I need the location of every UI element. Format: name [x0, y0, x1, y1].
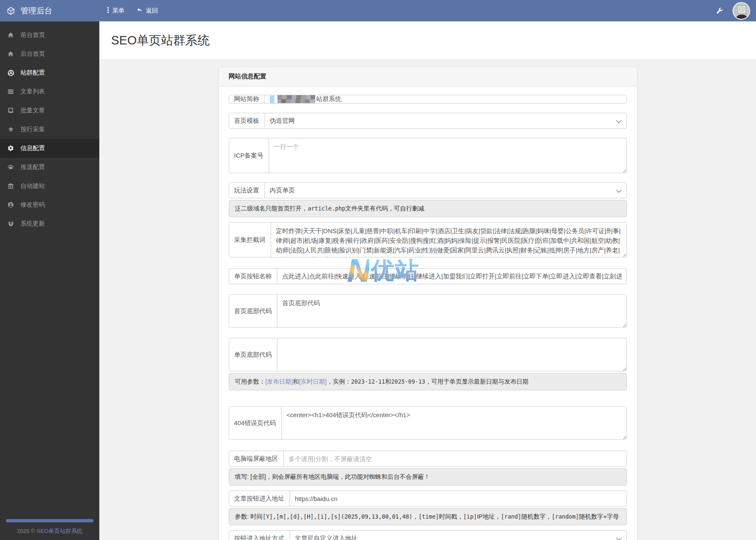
menu-toggle[interactable]: 菜单 — [107, 7, 124, 15]
navbar-right — [716, 2, 756, 20]
chrome-icon — [7, 70, 14, 76]
article-url-row: 文章按钮进入地址 — [229, 491, 627, 506]
sidebar-item-site-group-config[interactable]: 站群配置 — [0, 63, 99, 82]
pc-block-label: 电脑端屏蔽地区 — [229, 451, 284, 466]
bank-icon — [7, 183, 14, 189]
cube-icon — [6, 6, 16, 16]
date-params-help: 可用参数：[发布日期]和[实时日期]，实例：2023-12-11和2025-09… — [229, 373, 627, 390]
top-navbar: 管理后台 菜单 返回 — [0, 0, 756, 21]
error404-label: 404错误页代码 — [229, 407, 282, 439]
pc-block-input[interactable] — [284, 451, 627, 466]
magnet-icon — [7, 221, 14, 227]
back-link[interactable]: 返回 — [136, 7, 158, 15]
menu-dots-icon — [107, 7, 109, 15]
home-icon — [7, 32, 14, 38]
page-footer-code-row: 单页底部代码 — [229, 338, 627, 371]
panel-body: 网站简称 站群系统 首页模板 伪造官网 ICP备案号 — [219, 86, 637, 540]
text-cursor-block — [270, 96, 274, 103]
book-icon — [7, 107, 14, 114]
play-mode-row: 玩法设置 内页单页 — [229, 182, 627, 198]
chevron-down-icon — [616, 535, 621, 540]
page-footer-code-textarea[interactable] — [277, 338, 627, 371]
entry-mode-label: 按钮进入地址方式 — [229, 531, 290, 540]
home-icon — [7, 51, 14, 57]
play-mode-label: 玩法设置 — [229, 183, 265, 198]
sidebar-item-article-list[interactable]: 文章列表 — [0, 82, 99, 101]
brand-title: 管理后台 — [21, 5, 52, 16]
main-content: SEO单页站群系统 网站信息配置 网站简称 站群系统 首页模板 伪造官网 — [99, 0, 756, 540]
sidebar-scrollbar-handle[interactable] — [6, 519, 93, 522]
entry-mode-row: 按钮进入地址方式 文章可自定义进入地址 — [229, 530, 627, 540]
article-url-label: 文章按钮进入地址 — [229, 491, 290, 506]
sidebar-footer: 2025 © SEO单页站群系统 — [0, 527, 99, 535]
sidebar-item-batch-articles[interactable]: 批量文章 — [0, 101, 99, 120]
icp-label: ICP备案号 — [229, 138, 269, 173]
publish-date-link[interactable]: [发布日期] — [265, 378, 293, 385]
home-template-row: 首页模板 伪造官网 — [229, 113, 627, 129]
user-avatar[interactable] — [733, 2, 750, 20]
site-name-input[interactable]: 站群系统 — [265, 95, 627, 103]
chevron-down-icon — [616, 117, 621, 123]
site-name-label: 网站简称 — [229, 95, 265, 103]
sidebar-item-admin-home[interactable]: 后台首页 — [0, 44, 99, 63]
panel-title: 网站信息配置 — [219, 67, 637, 86]
url-params-help: 参数: 时间[Y],[m],[d],[H],[i],[s](2025,09,13… — [229, 508, 627, 525]
site-info-panel: 网站信息配置 网站简称 站群系统 首页模板 伪造官网 — [218, 67, 637, 540]
icp-row: ICP备案号 — [229, 138, 627, 173]
sidebar-item-auto-build[interactable]: 自动建站 — [0, 177, 99, 195]
block-words-row: 采集拦截词 定时炸弹|天天干|DNS|床垫|儿童|慈善|中职|机车|印刷|中学|… — [229, 222, 627, 257]
sidebar-bottom: 2025 © SEO单页站群系统 — [0, 519, 99, 540]
page-title: SEO单页站群系统 — [111, 32, 744, 49]
home-template-label: 首页模板 — [229, 113, 265, 128]
site-name-row: 网站简称 站群系统 — [229, 95, 627, 104]
sidebar-item-row-collect[interactable]: 按行采集 — [0, 120, 99, 139]
entry-mode-select[interactable]: 文章可自定义进入地址 — [290, 531, 627, 540]
error404-textarea[interactable]: <center><h1>404错误页代码</center></h1> — [282, 407, 627, 439]
page-footer-code-label: 单页底部代码 — [229, 338, 277, 371]
brand[interactable]: 管理后台 — [0, 5, 99, 16]
page-header: SEO单页站群系统 — [99, 21, 756, 60]
home-footer-code-textarea[interactable]: 首页底部代码 — [277, 295, 627, 327]
error404-row: 404错误页代码 <center><h1>404错误页代码</center></… — [229, 406, 627, 440]
realtime-date-link[interactable]: [实时日期] — [299, 378, 327, 385]
wrench-icon[interactable] — [716, 7, 723, 14]
gear-icon — [7, 145, 14, 151]
sidebar-item-change-password[interactable]: 修改密码 — [0, 195, 99, 214]
home-template-select[interactable]: 伪造官网 — [265, 113, 627, 128]
sidebar: 前台首页 后台首页 站群配置 文章列表 批量文章 按行采集 信息配置 推送配置 … — [0, 21, 99, 540]
article-url-input[interactable] — [290, 491, 627, 506]
pc-block-row: 电脑端屏蔽地区 — [229, 451, 627, 467]
paw-icon — [7, 164, 14, 170]
back-arrow-icon — [136, 7, 143, 14]
block-words-label: 采集拦截词 — [229, 223, 271, 257]
play-mode-help: 泛二级域名只能首页打开，article.php文件夹里有代码，可自行删减 — [229, 200, 627, 217]
button-names-row: 单页按钮名称 — [229, 268, 627, 284]
button-names-label: 单页按钮名称 — [229, 269, 277, 284]
sidebar-item-push-config[interactable]: 推送配置 — [0, 158, 99, 177]
block-words-textarea[interactable]: 定时炸弹|天天干|DNS|床垫|儿童|慈善|中职|机车|印刷|中学|酒店|卫生|… — [271, 223, 627, 257]
asterisk-icon — [7, 127, 14, 132]
sidebar-item-info-config[interactable]: 信息配置 — [0, 139, 99, 158]
button-names-input[interactable] — [277, 269, 627, 284]
list-icon — [7, 88, 14, 95]
chevron-down-icon — [616, 187, 621, 192]
footer-link[interactable]: SEO单页站群系统 — [36, 528, 83, 534]
user-circle-icon — [7, 202, 14, 208]
sidebar-item-system-update[interactable]: 系统更新 — [0, 214, 99, 233]
sidebar-item-front-home[interactable]: 前台首页 — [0, 26, 99, 44]
pc-block-help: 填写: [全部]，则会屏蔽所有地区电脑端，此功能对蜘蛛和后台不会屏蔽！ — [229, 468, 627, 485]
icp-textarea[interactable] — [269, 138, 627, 173]
play-mode-select[interactable]: 内页单页 — [265, 183, 627, 198]
redacted-mosaic — [277, 95, 315, 103]
navbar-links: 菜单 返回 — [99, 7, 158, 15]
home-footer-code-label: 首页底部代码 — [229, 295, 277, 327]
home-footer-code-row: 首页底部代码 首页底部代码 — [229, 294, 627, 328]
